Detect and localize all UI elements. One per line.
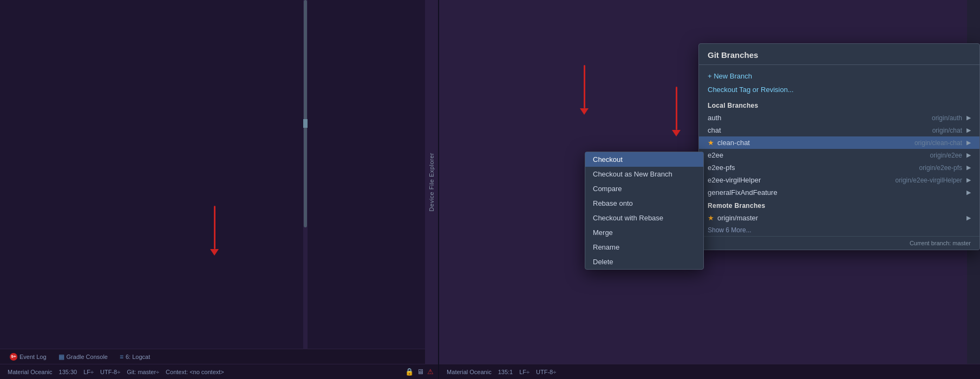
- branch-clean-chat-remote: origin/clean-chat ▶: [914, 139, 971, 147]
- arrow-head: [210, 249, 219, 256]
- git-label[interactable]: Git: master÷: [123, 369, 162, 375]
- red-arrow-right-mid: [672, 87, 681, 136]
- branch-e2ee-pfs[interactable]: e2ee-pfs origin/e2ee-pfs ▶: [699, 161, 979, 174]
- branch-clean-chat-name: ★ clean-chat: [708, 139, 750, 147]
- context-menu-checkout[interactable]: Checkout: [585, 152, 703, 167]
- side-tab-label-left: Device File Explorer: [428, 153, 435, 211]
- branch-e2ee-pfs-name: e2ee-pfs: [708, 164, 735, 172]
- chevron-right-icon-chat: ▶: [966, 127, 971, 134]
- branch-generalfix[interactable]: generalFixAndFeature ▶: [699, 186, 979, 199]
- git-branches-header: Git Branches: [699, 44, 979, 65]
- arrow-head-2: [580, 108, 589, 115]
- context-menu: Checkout Checkout as New Branch Compare …: [585, 152, 704, 270]
- star-icon-origin-master: ★: [708, 214, 714, 222]
- editor-area: Device File Explorer: [0, 0, 438, 364]
- side-tab-device-explorer-left[interactable]: Device File Explorer: [425, 0, 438, 364]
- branch-generalfix-remote: ▶: [964, 189, 971, 196]
- chevron-right-icon-origin-master: ▶: [966, 214, 971, 221]
- branch-e2ee-name: e2ee: [708, 151, 723, 159]
- context-menu-checkout-rebase[interactable]: Checkout with Rebase: [585, 211, 703, 225]
- context-menu-delete[interactable]: Delete: [585, 254, 703, 269]
- branch-e2ee-virgilhelper[interactable]: e2ee-virgilHelper origin/e2ee-virgilHelp…: [699, 174, 979, 186]
- arrow-shaft-2: [584, 65, 585, 108]
- branch-chat-name: chat: [708, 126, 721, 134]
- tab-logcat[interactable]: ≡ 6: Logcat: [114, 351, 155, 363]
- tab-event-log[interactable]: 9+ Event Log: [4, 351, 52, 363]
- status-bar-left: Material Oceanic 135:30 LF÷ UTF-8÷ Git: …: [0, 364, 438, 379]
- red-arrow-left: [210, 206, 219, 256]
- branch-generalfix-name: generalFixAndFeature: [708, 188, 778, 197]
- chevron-right-icon-clean-chat: ▶: [966, 139, 971, 146]
- gradle-icon: ▦: [58, 353, 64, 361]
- branch-e2ee-virgilhelper-name: e2ee-virgilHelper: [708, 176, 761, 184]
- right-encoding-label[interactable]: UTF-8÷: [533, 369, 559, 375]
- encoding-label[interactable]: UTF-8÷: [97, 369, 123, 375]
- chevron-right-icon-e2ee-pfs: ▶: [966, 164, 971, 171]
- chevron-right-icon: ▶: [966, 114, 971, 121]
- arrow-shaft-3: [676, 87, 677, 130]
- context-menu-rename[interactable]: Rename: [585, 240, 703, 254]
- chevron-right-icon-generalfix: ▶: [966, 189, 971, 196]
- branch-e2ee-pfs-remote: origin/e2ee-pfs ▶: [919, 164, 971, 172]
- git-branches-popup: Git Branches + New Branch Checkout Tag o…: [698, 43, 980, 250]
- context-menu-merge[interactable]: Merge: [585, 225, 703, 240]
- local-branches-section-header: Local Branches: [699, 99, 979, 112]
- branch-origin-master-name: ★ origin/master: [708, 214, 758, 222]
- gradle-console-label: Gradle Console: [67, 354, 108, 360]
- branch-chat[interactable]: chat origin/chat ▶: [699, 124, 979, 136]
- arrow-shaft: [214, 206, 215, 249]
- checkout-tag-action[interactable]: Checkout Tag or Revision...: [699, 83, 979, 96]
- branch-chat-remote: origin/chat ▶: [932, 127, 971, 134]
- monitor-icon: 🖥: [417, 368, 424, 376]
- badge-count: 9+: [11, 354, 16, 359]
- git-branches-title: Git Branches: [708, 50, 758, 60]
- theme-label: Material Oceanic: [4, 369, 56, 375]
- branch-auth-name: auth: [708, 114, 721, 122]
- warning-icon: ⚠: [427, 368, 434, 376]
- red-arrow-right-top: [580, 65, 589, 115]
- remote-branches-section-header: Remote Branches: [699, 199, 979, 212]
- branch-e2ee[interactable]: e2ee origin/e2ee ▶: [699, 149, 979, 161]
- event-log-badge: 9+: [10, 353, 17, 361]
- logcat-label: 6: Logcat: [126, 354, 150, 360]
- context-menu-rebase[interactable]: Rebase onto: [585, 196, 703, 211]
- branch-clean-chat[interactable]: ★ clean-chat origin/clean-chat ▶: [699, 136, 979, 149]
- position-label[interactable]: 135:30: [56, 369, 81, 375]
- right-editor-panel: Git Branches + New Branch Checkout Tag o…: [439, 0, 980, 379]
- line-ending-label[interactable]: LF÷: [80, 369, 97, 375]
- right-line-ending-label[interactable]: LF÷: [516, 369, 533, 375]
- arrow-head-3: [672, 130, 681, 136]
- chevron-right-icon-virgilhelper: ▶: [966, 177, 971, 184]
- context-label: Context: <no context>: [162, 369, 227, 375]
- branch-auth-remote: origin/auth ▶: [932, 114, 971, 122]
- git-branches-actions: + New Branch Checkout Tag or Revision...: [699, 65, 979, 99]
- chevron-right-icon-e2ee: ▶: [966, 152, 971, 159]
- right-theme-label: Material Oceanic: [443, 369, 495, 375]
- logcat-icon: ≡: [120, 353, 123, 361]
- branch-e2ee-remote: origin/e2ee ▶: [930, 152, 971, 159]
- context-menu-compare[interactable]: Compare: [585, 181, 703, 196]
- branch-e2ee-virgilhelper-remote: origin/e2ee-virgilHelper ▶: [896, 177, 971, 184]
- vertical-scrollbar[interactable]: [303, 0, 308, 364]
- scrollbar-indicator: [303, 119, 308, 128]
- lock-icon: 🔒: [405, 368, 414, 376]
- scrollbar-thumb[interactable]: [304, 0, 307, 227]
- context-menu-checkout-new-branch[interactable]: Checkout as New Branch: [585, 167, 703, 181]
- show-more-button[interactable]: Show 6 More...: [699, 224, 979, 236]
- star-icon-clean-chat: ★: [708, 139, 714, 147]
- new-branch-action[interactable]: + New Branch: [699, 69, 979, 83]
- checkout-tag-label: Checkout Tag or Revision...: [708, 86, 794, 94]
- branch-auth[interactable]: auth origin/auth ▶: [699, 112, 979, 124]
- branch-origin-master[interactable]: ★ origin/master ▶: [699, 212, 979, 224]
- git-footer: Current branch: master: [699, 236, 979, 250]
- right-editor-area: Git Branches + New Branch Checkout Tag o…: [439, 0, 980, 364]
- bottom-tabs-bar: 9+ Event Log ▦ Gradle Console ≡ 6: Logca…: [0, 349, 425, 364]
- left-editor-panel: Device File Explorer 9+ Event Log ▦ Grad…: [0, 0, 438, 379]
- tab-gradle-console[interactable]: ▦ Gradle Console: [53, 351, 113, 363]
- status-bar-right: Material Oceanic 135:1 LF÷ UTF-8÷: [439, 364, 980, 379]
- event-log-label: Event Log: [19, 354, 47, 360]
- right-position-label[interactable]: 135:1: [495, 369, 517, 375]
- new-branch-label: + New Branch: [708, 72, 752, 80]
